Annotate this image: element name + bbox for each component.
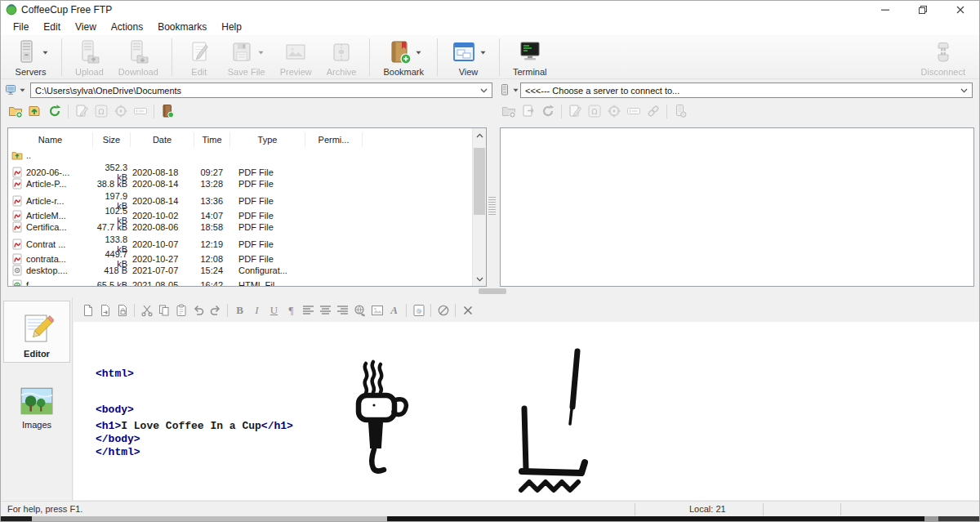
local-drive-selector[interactable]: [5, 83, 25, 96]
scroll-down-button[interactable]: [473, 272, 486, 286]
local-edit-file-button[interactable]: [72, 102, 91, 120]
editor-save-doc-button[interactable]: [114, 302, 131, 319]
toolbar-upload-button[interactable]: Upload: [68, 38, 111, 77]
remote-refresh-button[interactable]: [538, 102, 558, 120]
remote-file-panel[interactable]: [500, 127, 974, 287]
editor-surface[interactable]: <html> <body><h1>I Love Coffee In a Cup<…: [74, 322, 980, 500]
scrollbar-thumb[interactable]: [474, 148, 485, 215]
table-row[interactable]: 2020-06-...352.3 kB2020-08-1809:27PDF Fi…: [8, 163, 472, 177]
editor-preview-toggle-button[interactable]: [434, 302, 452, 319]
toolbar-disconnect-button[interactable]: Disconnect: [914, 38, 973, 77]
menu-help[interactable]: Help: [214, 20, 249, 34]
chevron-down-icon[interactable]: [960, 88, 968, 93]
remote-server-combobox[interactable]: <<<--- Choose a server to connect to...: [520, 83, 973, 98]
toolbar-servers-button[interactable]: Servers: [6, 38, 56, 77]
tab-editor[interactable]: Editor: [3, 301, 70, 363]
toolbar-edit-button[interactable]: Edit: [178, 38, 220, 77]
chevron-down-icon[interactable]: [258, 51, 264, 55]
chevron-down-icon[interactable]: [42, 51, 48, 55]
editor-font-button[interactable]: A: [385, 302, 403, 319]
remote-target-button[interactable]: [604, 102, 624, 120]
editor-undo-button[interactable]: [189, 302, 207, 319]
editor-italic-button[interactable]: I: [248, 302, 265, 319]
editor-insert-image-button[interactable]: [368, 302, 385, 319]
menu-view[interactable]: View: [68, 20, 104, 34]
remote-server-selector[interactable]: [498, 83, 519, 96]
restore-button[interactable]: [904, 1, 942, 19]
table-row[interactable]: ArticleM...102.5 kB2020-10-0214:07PDF Fi…: [8, 206, 472, 221]
minimize-button[interactable]: [866, 1, 904, 19]
column-header-permi[interactable]: Permi...: [305, 132, 363, 147]
toolbar-download-button[interactable]: Download: [111, 38, 166, 77]
menu-edit[interactable]: Edit: [36, 20, 68, 34]
editor-html-tag-button[interactable]: @: [410, 302, 427, 319]
column-header-time[interactable]: Time: [194, 132, 230, 147]
local-log-book-button[interactable]: [158, 102, 177, 120]
scroll-up-button[interactable]: [473, 128, 486, 142]
remote-edit-file-button[interactable]: [565, 102, 585, 120]
editor-pilcrow-button[interactable]: ¶: [283, 302, 300, 319]
table-row[interactable]: Certifica...47.7 kB2020-08-0618:58PDF Fi…: [8, 220, 472, 234]
file-type: PDF File: [230, 239, 305, 249]
chevron-down-icon[interactable]: [480, 51, 486, 55]
table-row[interactable]: contrata...449.7 kB2020-10-2712:08PDF Fi…: [8, 249, 472, 264]
remote-new-folder-button[interactable]: [499, 102, 519, 120]
table-row[interactable]: Article-P...38.8 kB2020-08-1413:28PDF Fi…: [8, 176, 472, 191]
toolbar-preview-button[interactable]: Preview: [273, 38, 319, 77]
toolbar-bookmark-button[interactable]: Bookmark: [376, 38, 431, 77]
column-header-name[interactable]: Name: [8, 132, 93, 147]
table-row[interactable]: Article-r...197.9 kB2020-08-1413:36PDF F…: [8, 191, 472, 206]
local-refresh-button[interactable]: [45, 102, 65, 120]
column-header-type[interactable]: Type: [230, 132, 305, 147]
editor-insert-link-button[interactable]: [351, 302, 368, 319]
pilcrow-icon: ¶: [289, 304, 294, 317]
vertical-splitter[interactable]: [488, 197, 496, 216]
toolbar-archive-button[interactable]: Archive: [319, 38, 364, 77]
toolbar-terminal-button[interactable]: Terminal: [506, 38, 555, 77]
toolbar-save-file-button[interactable]: Save File: [220, 38, 273, 77]
editor-paste-button[interactable]: [172, 302, 189, 319]
editor-align-center-button[interactable]: [317, 302, 334, 319]
menu-file[interactable]: File: [6, 20, 36, 34]
editor-redo-button[interactable]: [207, 302, 224, 319]
editor-close-x-button[interactable]: [459, 302, 476, 319]
table-row[interactable]: ..: [8, 148, 472, 163]
remote-export-button[interactable]: [519, 102, 538, 120]
table-row[interactable]: f...65.5 kB2021-08-0516:42HTML Fil...: [8, 278, 472, 287]
close-button[interactable]: [942, 1, 979, 19]
horizontal-splitter[interactable]: [479, 288, 506, 294]
editor-cut-button[interactable]: [138, 302, 155, 319]
editor-underline-button[interactable]: U: [265, 302, 283, 319]
local-omega-button[interactable]: Ω: [91, 102, 111, 120]
code-editor-text[interactable]: <html> <body><h1>I Love Coffee In a Cup<…: [96, 368, 293, 459]
local-folder-up-button[interactable]: [25, 102, 45, 120]
tab-images[interactable]: Images: [3, 371, 70, 433]
remote-server-log-button[interactable]: [670, 102, 690, 120]
local-rename-button[interactable]: [131, 102, 150, 120]
file-name: ArticleM...: [26, 211, 66, 221]
vertical-scrollbar[interactable]: [472, 128, 486, 286]
local-new-folder-button[interactable]: [6, 102, 25, 120]
file-type: PDF File: [230, 196, 305, 206]
editor-align-left-button[interactable]: [300, 302, 317, 319]
menu-bookmarks[interactable]: Bookmarks: [150, 20, 214, 34]
editor-open-doc-button[interactable]: [96, 302, 114, 319]
local-path-combobox[interactable]: C:\Users\sylva\OneDrive\Documents: [30, 83, 492, 98]
column-header-size[interactable]: Size: [93, 132, 131, 147]
table-row[interactable]: Contrat ...133.8 kB2020-10-0712:19PDF Fi…: [8, 234, 472, 249]
column-header-date[interactable]: Date: [131, 132, 194, 147]
remote-link-button[interactable]: [644, 102, 663, 120]
table-row[interactable]: desktop....418 B2021-07-0715:24Configura…: [8, 264, 472, 279]
editor-new-doc-button[interactable]: [79, 302, 96, 319]
editor-align-right-button[interactable]: [334, 302, 351, 319]
file-time: 18:58: [194, 222, 230, 232]
menu-actions[interactable]: Actions: [104, 20, 150, 34]
editor-copy-button[interactable]: [155, 302, 172, 319]
remote-omega-button[interactable]: Ω: [585, 102, 604, 120]
toolbar-view-button[interactable]: View: [443, 38, 493, 77]
editor-bold-button[interactable]: B: [231, 302, 248, 319]
remote-rename-button[interactable]: [624, 102, 644, 120]
local-target-button[interactable]: [111, 102, 131, 120]
chevron-down-icon[interactable]: [480, 88, 488, 93]
chevron-down-icon[interactable]: [416, 51, 421, 55]
